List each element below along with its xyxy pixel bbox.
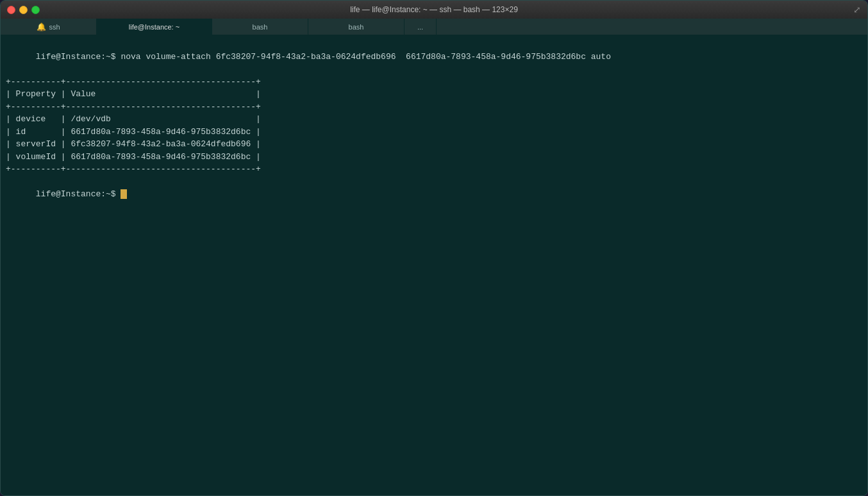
- bell-icon: 🔔: [37, 22, 46, 31]
- tab-bash1-label: bash: [253, 23, 268, 31]
- separator-mid: +----------+----------------------------…: [6, 101, 862, 114]
- command-text: nova volume-attach 6fc38207-94f8-43a2-ba…: [121, 52, 611, 62]
- traffic-lights: [7, 6, 40, 14]
- table-row-serverid: | serverId | 6fc38207-94f8-43a2-ba3a-062…: [6, 138, 862, 151]
- window-title: life — life@Instance: ~ — ssh — bash — 1…: [350, 5, 518, 14]
- expand-icon[interactable]: ⤢: [853, 4, 861, 15]
- terminal-body[interactable]: life@Instance:~$ nova volume-attach 6fc3…: [1, 35, 867, 495]
- tab-bash2-label: bash: [349, 23, 364, 31]
- terminal-window: life — life@Instance: ~ — ssh — bash — 1…: [0, 0, 868, 496]
- tab-instance-label: life@Instance: ~: [129, 23, 179, 31]
- minimize-button[interactable]: [19, 6, 28, 14]
- tab-more-label: ...: [417, 23, 423, 31]
- tab-bash1[interactable]: bash: [212, 19, 308, 35]
- cursor: [121, 189, 127, 199]
- table-row-id: | id | 6617d80a-7893-458a-9d46-975b3832d…: [6, 126, 862, 139]
- table-row-volumeid: | volumeId | 6617d80a-7893-458a-9d46-975…: [6, 151, 862, 164]
- table-row-device: | device | /dev/vdb |: [6, 113, 862, 126]
- title-bar: life — life@Instance: ~ — ssh — bash — 1…: [1, 1, 867, 19]
- tab-bash2[interactable]: bash: [308, 19, 405, 35]
- separator-bottom: +----------+----------------------------…: [6, 163, 862, 176]
- tab-ssh-label: ssh: [49, 23, 60, 31]
- separator-top: +----------+----------------------------…: [6, 76, 862, 89]
- maximize-button[interactable]: [31, 6, 40, 14]
- prompt1: life@Instance:~$: [36, 52, 121, 62]
- tab-ssh[interactable]: 🔔 ssh: [1, 19, 97, 35]
- prompt2-line: life@Instance:~$: [6, 176, 862, 214]
- table-header: | Property | Value |: [6, 88, 862, 101]
- command-line: life@Instance:~$ nova volume-attach 6fc3…: [6, 38, 862, 76]
- tab-more[interactable]: ...: [405, 19, 437, 35]
- tab-instance[interactable]: life@Instance: ~: [97, 19, 212, 35]
- prompt2: life@Instance:~$: [36, 189, 121, 199]
- tab-bar: 🔔 ssh life@Instance: ~ bash bash ...: [1, 19, 867, 35]
- close-button[interactable]: [7, 6, 15, 14]
